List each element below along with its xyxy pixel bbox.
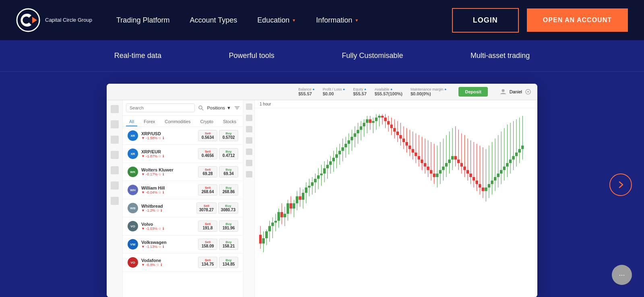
svg-line-6 (202, 109, 203, 110)
tool-line[interactable] (246, 115, 252, 121)
sell-price-box[interactable]: Sell 3078.27 (196, 202, 217, 214)
sell-price-box[interactable]: Sell 69.28 (198, 166, 217, 177)
svg-rect-117 (421, 159, 423, 163)
instrument-row[interactable]: VO Vodafone ▼ -0.8% ☆ ℹ Sell 134.75 Buy … (123, 254, 243, 272)
stat-balance: Balance ● $55.57 (298, 87, 314, 96)
sell-price-box[interactable]: Sell 134.75 (198, 257, 217, 268)
svg-rect-101 (396, 132, 399, 135)
buy-price-box[interactable]: Buy 191.96 (219, 221, 238, 232)
tool-measure[interactable] (246, 160, 252, 166)
sell-price-box[interactable]: Sell 0.5634 (198, 130, 217, 141)
settings-icon (525, 89, 531, 95)
watchlist-search-bar: Positions ▼ (123, 100, 243, 116)
tab-forex[interactable]: Forex (140, 118, 158, 126)
instrument-change: ▼ -1.87% ☆ ℹ (141, 154, 195, 158)
instrument-row[interactable]: VO Volvo ▼ -1.03% ☆ ℹ Sell 191.8 Buy 191… (123, 217, 243, 235)
buy-value: 134.85 (222, 262, 235, 266)
tool-text[interactable] (246, 148, 252, 155)
instrument-info: William Hill ▼ -0.04% ☆ ℹ (141, 186, 195, 194)
platform-sidebar (107, 100, 123, 297)
buy-value: 191.96 (222, 226, 235, 230)
deposit-button[interactable]: Deposit (458, 87, 487, 97)
svg-rect-137 (451, 156, 454, 160)
instrument-row[interactable]: VW Volkswagen ▼ -1.13% ☆ ℹ Sell 158.09 B… (123, 235, 243, 254)
svg-rect-145 (463, 167, 466, 170)
sidebar-settings-icon[interactable] (111, 182, 119, 190)
tab-crypto[interactable]: Crypto (197, 118, 217, 126)
search-input[interactable] (126, 103, 195, 112)
instrument-row[interactable]: WH William Hill ▼ -0.04% ☆ ℹ Sell 268.64… (123, 181, 243, 199)
svg-rect-89 (378, 116, 380, 118)
feature-powerful: Powerful tools (229, 52, 275, 60)
nav-information[interactable]: Information ▼ (316, 16, 359, 25)
logo-link[interactable]: Capital Circle Group (16, 8, 92, 32)
instrument-name: Volvo (141, 222, 195, 227)
svg-rect-129 (439, 170, 442, 174)
svg-rect-91 (381, 116, 384, 118)
instrument-name: Wolters Kluwer (141, 167, 195, 172)
svg-rect-19 (271, 223, 274, 226)
instrument-info: Wolters Kluwer ▼ -0.17% ☆ ℹ (141, 167, 195, 176)
sidebar-chart-icon[interactable] (111, 105, 119, 113)
buy-label: Buy (222, 168, 235, 171)
sidebar-history-icon[interactable] (111, 151, 119, 159)
instrument-row[interactable]: XR XRP/USD ▼ -1.58% ☆ ℹ Sell 0.5634 Buy … (123, 127, 243, 145)
buy-price-box[interactable]: Buy 0.4712 (219, 148, 238, 159)
svg-rect-139 (454, 156, 456, 160)
svg-rect-43 (308, 186, 310, 188)
buy-price-box[interactable]: Buy 69.34 (219, 166, 238, 177)
svg-rect-77 (360, 126, 362, 130)
svg-rect-37 (299, 196, 301, 200)
sell-price-box[interactable]: Sell 268.64 (198, 184, 217, 196)
tool-grid[interactable] (246, 171, 252, 177)
tool-fib[interactable] (246, 137, 252, 144)
sidebar-portfolio-icon[interactable] (111, 120, 119, 128)
buy-price-box[interactable]: Buy 134.85 (219, 257, 238, 268)
buy-price-box[interactable]: Buy 3080.73 (218, 202, 238, 214)
instrument-row[interactable]: XR XRP/EUR ▼ -1.87% ☆ ℹ Sell 0.4656 Buy … (123, 145, 243, 163)
nav-account-types[interactable]: Account Types (190, 16, 237, 25)
tab-stocks[interactable]: Stocks (220, 118, 239, 126)
nav-education[interactable]: Education ▼ (257, 16, 296, 25)
instrument-row[interactable]: WB Whitbread ▼ -1.2% ☆ ℹ Sell 3078.27 Bu… (123, 199, 243, 217)
svg-rect-71 (351, 137, 353, 140)
buy-price-box[interactable]: Buy 268.86 (219, 184, 238, 196)
buy-label: Buy (221, 204, 235, 208)
information-dropdown-arrow: ▼ (355, 18, 359, 23)
svg-rect-165 (494, 177, 496, 181)
svg-rect-9 (236, 109, 238, 109)
chat-bubble[interactable]: ··· (612, 265, 632, 285)
sidebar-orders-icon[interactable] (111, 136, 119, 144)
positions-select[interactable]: Positions ▼ (207, 105, 231, 110)
tool-pencil[interactable] (246, 126, 252, 132)
buy-price-box[interactable]: Buy 0.5702 (219, 130, 238, 141)
open-account-button[interactable]: OPEN AN ACCOUNT (527, 8, 628, 32)
next-slide-button[interactable] (609, 173, 632, 196)
login-button[interactable]: LOGIN (452, 8, 519, 33)
buy-price-box[interactable]: Buy 158.21 (219, 239, 238, 250)
tab-commodities[interactable]: Commodities (161, 118, 194, 126)
sidebar-messages-icon[interactable] (111, 197, 119, 205)
tool-cursor[interactable] (246, 103, 252, 110)
search-icon (198, 105, 204, 111)
instrument-prices: Sell 191.8 Buy 191.96 (198, 221, 238, 232)
sidebar-alerts-icon[interactable] (111, 166, 119, 174)
sell-price-box[interactable]: Sell 191.8 (198, 221, 217, 232)
sell-price-box[interactable]: Sell 158.09 (198, 239, 217, 250)
nav-trading-platform[interactable]: Trading Platform (116, 16, 169, 25)
svg-rect-181 (518, 149, 520, 153)
instrument-prices: Sell 69.28 Buy 69.34 (198, 166, 238, 177)
sell-price-box[interactable]: Sell 0.4656 (198, 148, 217, 159)
svg-rect-25 (281, 212, 283, 217)
svg-rect-45 (311, 182, 314, 186)
instrument-icon: VO (128, 221, 138, 231)
svg-point-5 (199, 106, 202, 109)
svg-rect-75 (357, 130, 359, 134)
sell-value: 134.75 (201, 262, 215, 266)
svg-rect-51 (320, 173, 322, 175)
svg-rect-109 (409, 146, 411, 149)
tab-all[interactable]: All (126, 118, 137, 126)
instrument-row[interactable]: WK Wolters Kluwer ▼ -0.17% ☆ ℹ Sell 69.2… (123, 163, 243, 181)
logo-text: Capital Circle Group (45, 17, 92, 24)
instrument-info: Vodafone ▼ -0.8% ☆ ℹ (141, 258, 195, 267)
